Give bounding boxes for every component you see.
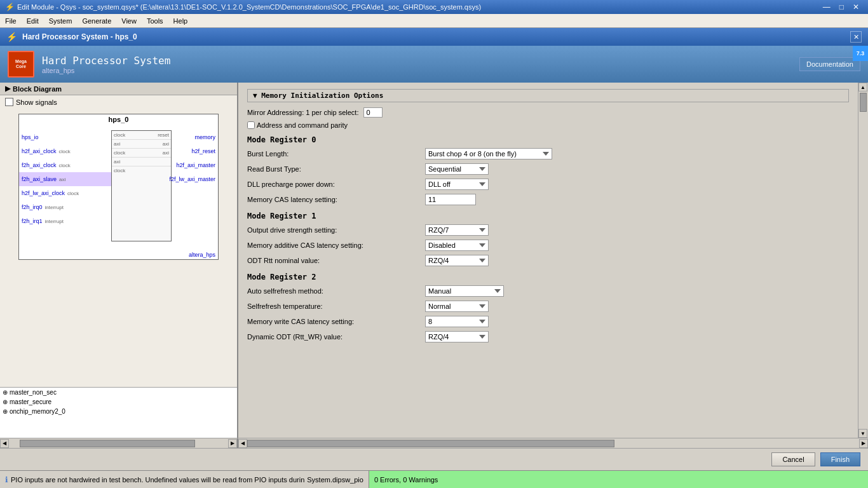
port-f2h-irq1-name[interactable]: f2h_irq1 xyxy=(22,218,43,224)
port-memory-name[interactable]: memory xyxy=(194,134,215,140)
horizontal-scroll-area: ◀ ▶ ◀ ▶ xyxy=(0,438,868,448)
documentation-button[interactable]: Documentation xyxy=(799,57,860,71)
show-signals-checkbox[interactable] xyxy=(5,98,13,106)
info-icon: ℹ xyxy=(5,475,8,484)
list-item-master-non-sec[interactable]: ⊕ master_non_sec xyxy=(0,388,237,397)
port-hps-io: hps_io xyxy=(19,130,111,144)
inner-left-5: clock xyxy=(114,168,125,173)
address-parity-row: Address and command parity xyxy=(247,121,849,129)
read-burst-select[interactable]: Sequential Interleaved xyxy=(425,163,489,175)
inner-left-3: clock xyxy=(114,150,125,156)
odt-rtt-label: ODT Rtt nominal value: xyxy=(247,257,425,264)
port-h2f-axi-clock-name[interactable]: h2f_axi_clock xyxy=(22,148,57,154)
selfrefresh-temp-select[interactable]: Normal Extended xyxy=(425,301,489,312)
menu-help[interactable]: Help xyxy=(168,16,193,26)
addr-parity-label: Address and command parity xyxy=(257,121,348,129)
mirror-addressing-input[interactable] xyxy=(363,107,383,118)
port-f2h-axi-clock-name[interactable]: f2h_axi_clock xyxy=(22,162,57,168)
port-f2h-axi-slave-name[interactable]: f2h_axi_slave xyxy=(22,176,57,182)
title-bar-controls: — □ ✕ xyxy=(819,1,863,13)
port-f2f-lw-axi-master-name[interactable]: f2f_lw_axi_master xyxy=(169,176,215,182)
port-f2h-irq0-name[interactable]: f2h_irq0 xyxy=(22,204,43,210)
h-scroll-right-arrow-1[interactable]: ▶ xyxy=(228,439,237,448)
burst-length-label: Burst Length: xyxy=(247,150,425,158)
inner-right-1: reset xyxy=(158,132,169,138)
inner-left-2: axi xyxy=(114,141,120,147)
port-f2f-lw-axi-master: f2f_lw_axi_master xyxy=(170,172,218,186)
mem-write-cas-row: Memory write CAS latency setting: 8 5 6 … xyxy=(247,316,849,327)
dialog-icon: ⚡ xyxy=(6,32,17,42)
hps-block: hps_0 conduit conduit clock reset xyxy=(18,114,219,260)
app-header: Mega Core Hard Processor System altera_h… xyxy=(0,46,868,83)
hps-inner-block: clock reset axi axi clock axi axi xyxy=(111,130,172,241)
minimize-button[interactable]: — xyxy=(819,1,834,13)
port-f2h-irq0: f2h_irq0 interrupt xyxy=(19,200,111,214)
mirror-addressing-row: Mirror Addressing: 1 per chip select: xyxy=(247,107,849,118)
dll-precharge-select[interactable]: DLL off DLL on xyxy=(425,179,489,190)
h-scroll-right-arrow-2[interactable]: ▶ xyxy=(859,439,868,448)
mem-additive-select[interactable]: Disabled CL-1 CL-2 xyxy=(425,240,489,251)
dll-precharge-row: DLL precharge power down: DLL off DLL on xyxy=(247,179,849,190)
panel-title-icon: ▶ xyxy=(5,85,10,93)
dialog-footer: Cancel Finish xyxy=(0,448,868,470)
mem-additive-row: Memory additive CAS latency setting: Dis… xyxy=(247,240,849,251)
menu-generate[interactable]: Generate xyxy=(77,16,116,26)
dynamic-odt-select[interactable]: RZQ/4 RZQ/2 Disabled xyxy=(425,331,489,342)
close-window-button[interactable]: ✕ xyxy=(849,1,863,13)
output-drive-select[interactable]: RZQ/7 RZQ/6 RZQ/5 xyxy=(425,224,489,236)
app-subtitle: altera_hps xyxy=(42,67,170,74)
expand-icon-3: ⊕ xyxy=(3,408,8,415)
scroll-down-arrow[interactable]: ▼ xyxy=(858,429,867,438)
status-message-2: System.dipsw_pio xyxy=(307,476,363,484)
status-errors: 0 Errors, 0 Warnings xyxy=(369,471,868,488)
h-scroll-left-arrow-2[interactable]: ◀ xyxy=(238,439,247,448)
inner-right-2: axi xyxy=(163,141,169,147)
scroll-thumb[interactable] xyxy=(860,93,867,112)
dialog-close-button[interactable]: ✕ xyxy=(850,31,862,43)
selfrefresh-temp-label: Selfrefresh temperature: xyxy=(247,302,425,310)
odt-rtt-select[interactable]: RZQ/4 RZQ/2 RZQ/6 Disabled xyxy=(425,255,489,266)
panel-title: ▶ Block Diagram xyxy=(0,83,237,95)
dialog-title: Hard Processor System - hps_0 xyxy=(22,32,137,41)
port-f2h-axi-clock-label: clock xyxy=(59,163,71,168)
right-side: ▼ Memory Initialization Options Mirror A… xyxy=(238,83,868,438)
auto-selfrefresh-select[interactable]: Manual Auto Temperature sensor xyxy=(425,285,504,297)
dynamic-odt-row: Dynamic ODT (Rtt_WR) value: RZQ/4 RZQ/2 … xyxy=(247,331,849,342)
burst-length-select[interactable]: Burst chop 4 or 8 (on the fly) 4 8 xyxy=(425,148,552,159)
menu-file[interactable]: File xyxy=(0,16,22,26)
right-h-scroll-thumb[interactable] xyxy=(247,440,614,447)
port-h2f-reset-name[interactable]: h2f_reset xyxy=(191,148,215,154)
status-bar: ℹ PIO inputs are not hardwired in test b… xyxy=(0,470,868,488)
mem-additive-label: Memory additive CAS latency setting: xyxy=(247,241,425,249)
port-h2f-reset: h2f_reset xyxy=(170,144,218,158)
port-h2f-lw-axi-clock-name[interactable]: h2f_lw_axi_clock xyxy=(22,190,65,196)
port-h2f-axi-master: h2f_axi_master xyxy=(170,158,218,172)
app-title-area: Hard Processor System altera_hps xyxy=(42,55,170,74)
port-f2h-irq1: f2h_irq1 interrupt xyxy=(19,214,111,228)
h-scroll-left-arrow-1[interactable]: ◀ xyxy=(0,439,9,448)
list-item-label-2: master_secure xyxy=(10,398,51,405)
port-h2f-axi-master-name[interactable]: h2f_axi_master xyxy=(176,162,215,168)
block-diagram: hps_0 conduit conduit clock reset xyxy=(0,109,237,387)
left-ports: hps_io h2f_axi_clock clock f2h_axi_clock… xyxy=(19,130,111,228)
finish-button[interactable]: Finish xyxy=(820,452,860,466)
menu-system[interactable]: System xyxy=(44,16,78,26)
left-h-scroll-thumb[interactable] xyxy=(20,440,195,447)
port-hps-io-name[interactable]: hps_io xyxy=(22,134,39,140)
menu-view[interactable]: View xyxy=(116,16,142,26)
menu-tools[interactable]: Tools xyxy=(142,16,168,26)
scroll-up-arrow[interactable]: ▲ xyxy=(858,83,867,92)
maximize-button[interactable]: □ xyxy=(836,1,848,13)
show-signals-label: Show signals xyxy=(16,98,57,106)
list-item-label-1: master_non_sec xyxy=(10,389,57,396)
mem-write-cas-label: Memory write CAS latency setting: xyxy=(247,318,425,325)
list-item-onchip-memory[interactable]: ⊕ onchip_memory2_0 xyxy=(0,407,237,416)
cancel-button[interactable]: Cancel xyxy=(771,452,815,466)
memory-cas-input[interactable] xyxy=(425,194,476,205)
addr-parity-checkbox[interactable] xyxy=(247,121,255,129)
mem-write-cas-select[interactable]: 8 5 6 7 xyxy=(425,316,489,327)
inner-row-5: clock xyxy=(112,166,171,175)
list-item-master-secure[interactable]: ⊕ master_secure xyxy=(0,397,237,407)
right-h-scroll-track xyxy=(247,439,859,448)
menu-edit[interactable]: Edit xyxy=(22,16,44,26)
